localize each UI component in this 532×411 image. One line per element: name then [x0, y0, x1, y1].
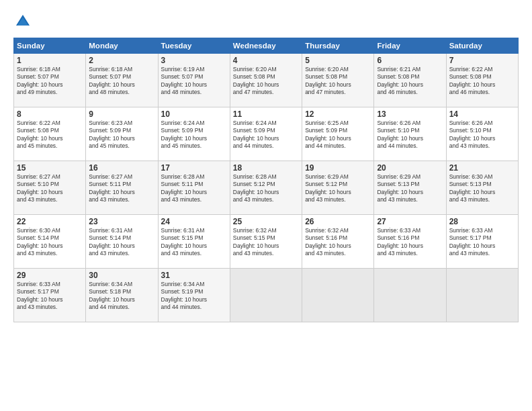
calendar-cell — [446, 269, 518, 322]
calendar-cell: 7Sunrise: 6:22 AMSunset: 5:08 PMDaylight… — [446, 54, 518, 107]
day-number: 31 — [161, 271, 227, 280]
cell-info: Sunrise: 6:27 AMSunset: 5:11 PMDaylight:… — [89, 173, 154, 204]
day-number: 9 — [89, 109, 154, 119]
calendar-cell: 29Sunrise: 6:33 AMSunset: 5:17 PMDayligh… — [14, 269, 86, 322]
cell-info: Sunrise: 6:30 AMSunset: 5:13 PMDaylight:… — [449, 173, 515, 204]
cell-info: Sunrise: 6:22 AMSunset: 5:08 PMDaylight:… — [17, 120, 83, 150]
cell-info: Sunrise: 6:31 AMSunset: 5:14 PMDaylight:… — [89, 227, 154, 258]
day-number: 2 — [89, 56, 154, 65]
day-number: 23 — [89, 217, 154, 226]
day-number: 27 — [377, 217, 443, 226]
day-number: 15 — [17, 163, 83, 173]
calendar-cell: 20Sunrise: 6:29 AMSunset: 5:13 PMDayligh… — [374, 161, 446, 215]
day-number: 1 — [17, 56, 83, 65]
cell-info: Sunrise: 6:28 AMSunset: 5:11 PMDaylight:… — [161, 173, 227, 204]
calendar-cell — [374, 269, 446, 322]
cell-info: Sunrise: 6:34 AMSunset: 5:19 PMDaylight:… — [161, 281, 227, 312]
calendar-cell: 21Sunrise: 6:30 AMSunset: 5:13 PMDayligh… — [446, 161, 518, 215]
day-number: 28 — [449, 217, 515, 226]
cell-info: Sunrise: 6:20 AMSunset: 5:08 PMDaylight:… — [233, 66, 299, 97]
cell-info: Sunrise: 6:24 AMSunset: 5:09 PMDaylight:… — [161, 120, 227, 150]
day-number: 13 — [377, 109, 443, 119]
calendar-week-4: 22Sunrise: 6:30 AMSunset: 5:14 PMDayligh… — [14, 215, 519, 269]
cell-info: Sunrise: 6:30 AMSunset: 5:14 PMDaylight:… — [17, 227, 83, 258]
calendar-cell: 28Sunrise: 6:33 AMSunset: 5:17 PMDayligh… — [446, 215, 518, 269]
cell-info: Sunrise: 6:24 AMSunset: 5:09 PMDaylight:… — [233, 120, 299, 150]
day-number: 18 — [233, 163, 299, 173]
cell-info: Sunrise: 6:25 AMSunset: 5:09 PMDaylight:… — [305, 120, 371, 150]
cell-info: Sunrise: 6:18 AMSunset: 5:07 PMDaylight:… — [89, 66, 154, 97]
calendar-cell: 13Sunrise: 6:26 AMSunset: 5:10 PMDayligh… — [374, 107, 446, 161]
calendar-table: SundayMondayTuesdayWednesdayThursdayFrid… — [13, 38, 519, 322]
calendar-cell: 4Sunrise: 6:20 AMSunset: 5:08 PMDaylight… — [230, 54, 302, 107]
calendar-cell: 27Sunrise: 6:33 AMSunset: 5:16 PMDayligh… — [374, 215, 446, 269]
cell-info: Sunrise: 6:26 AMSunset: 5:10 PMDaylight:… — [449, 120, 515, 150]
weekday-header-friday: Friday — [374, 38, 446, 54]
weekday-header-wednesday: Wednesday — [230, 38, 302, 54]
cell-info: Sunrise: 6:33 AMSunset: 5:16 PMDaylight:… — [377, 227, 443, 258]
calendar-cell: 14Sunrise: 6:26 AMSunset: 5:10 PMDayligh… — [446, 107, 518, 161]
day-number: 29 — [17, 271, 83, 280]
cell-info: Sunrise: 6:21 AMSunset: 5:08 PMDaylight:… — [377, 66, 443, 97]
cell-info: Sunrise: 6:22 AMSunset: 5:08 PMDaylight:… — [449, 66, 515, 97]
calendar-cell: 23Sunrise: 6:31 AMSunset: 5:14 PMDayligh… — [86, 215, 158, 269]
day-number: 3 — [161, 56, 227, 65]
calendar-cell: 18Sunrise: 6:28 AMSunset: 5:12 PMDayligh… — [230, 161, 302, 215]
day-number: 25 — [233, 217, 299, 226]
cell-info: Sunrise: 6:31 AMSunset: 5:15 PMDaylight:… — [161, 227, 227, 258]
day-number: 21 — [449, 163, 515, 173]
cell-info: Sunrise: 6:33 AMSunset: 5:17 PMDaylight:… — [17, 281, 83, 312]
calendar-cell: 8Sunrise: 6:22 AMSunset: 5:08 PMDaylight… — [14, 107, 86, 161]
calendar-cell — [302, 269, 374, 322]
cell-info: Sunrise: 6:29 AMSunset: 5:12 PMDaylight:… — [305, 173, 371, 204]
calendar-body: 1Sunrise: 6:18 AMSunset: 5:07 PMDaylight… — [14, 54, 519, 322]
day-number: 17 — [161, 163, 227, 173]
cell-info: Sunrise: 6:23 AMSunset: 5:09 PMDaylight:… — [89, 120, 154, 150]
calendar-cell — [230, 269, 302, 322]
calendar-week-3: 15Sunrise: 6:27 AMSunset: 5:10 PMDayligh… — [14, 161, 519, 215]
cell-info: Sunrise: 6:19 AMSunset: 5:07 PMDaylight:… — [161, 66, 227, 97]
cell-info: Sunrise: 6:34 AMSunset: 5:18 PMDaylight:… — [89, 281, 154, 312]
calendar-cell: 15Sunrise: 6:27 AMSunset: 5:10 PMDayligh… — [14, 161, 86, 215]
logo-icon — [13, 12, 32, 31]
weekday-header-monday: Monday — [86, 38, 158, 54]
cell-info: Sunrise: 6:32 AMSunset: 5:16 PMDaylight:… — [305, 227, 371, 258]
calendar-week-2: 8Sunrise: 6:22 AMSunset: 5:08 PMDaylight… — [14, 107, 519, 161]
calendar-cell: 16Sunrise: 6:27 AMSunset: 5:11 PMDayligh… — [86, 161, 158, 215]
calendar-cell: 12Sunrise: 6:25 AMSunset: 5:09 PMDayligh… — [302, 107, 374, 161]
day-number: 4 — [233, 56, 299, 65]
calendar-cell: 1Sunrise: 6:18 AMSunset: 5:07 PMDaylight… — [14, 54, 86, 107]
cell-info: Sunrise: 6:20 AMSunset: 5:08 PMDaylight:… — [305, 66, 371, 97]
cell-info: Sunrise: 6:29 AMSunset: 5:13 PMDaylight:… — [377, 173, 443, 204]
day-number: 24 — [161, 217, 227, 226]
cell-info: Sunrise: 6:28 AMSunset: 5:12 PMDaylight:… — [233, 173, 299, 204]
calendar-cell: 31Sunrise: 6:34 AMSunset: 5:19 PMDayligh… — [158, 269, 230, 322]
calendar-cell: 17Sunrise: 6:28 AMSunset: 5:11 PMDayligh… — [158, 161, 230, 215]
day-number: 22 — [17, 217, 83, 226]
calendar-cell: 2Sunrise: 6:18 AMSunset: 5:07 PMDaylight… — [86, 54, 158, 107]
calendar-cell: 26Sunrise: 6:32 AMSunset: 5:16 PMDayligh… — [302, 215, 374, 269]
day-number: 19 — [305, 163, 371, 173]
calendar-cell: 30Sunrise: 6:34 AMSunset: 5:18 PMDayligh… — [86, 269, 158, 322]
cell-info: Sunrise: 6:26 AMSunset: 5:10 PMDaylight:… — [377, 120, 443, 150]
day-number: 11 — [233, 109, 299, 119]
calendar-week-5: 29Sunrise: 6:33 AMSunset: 5:17 PMDayligh… — [14, 269, 519, 322]
calendar-cell: 24Sunrise: 6:31 AMSunset: 5:15 PMDayligh… — [158, 215, 230, 269]
day-number: 5 — [305, 56, 371, 65]
weekday-header-saturday: Saturday — [446, 38, 518, 54]
weekday-header-thursday: Thursday — [302, 38, 374, 54]
calendar-cell: 10Sunrise: 6:24 AMSunset: 5:09 PMDayligh… — [158, 107, 230, 161]
calendar-cell: 25Sunrise: 6:32 AMSunset: 5:15 PMDayligh… — [230, 215, 302, 269]
day-number: 20 — [377, 163, 443, 173]
calendar-week-1: 1Sunrise: 6:18 AMSunset: 5:07 PMDaylight… — [14, 54, 519, 107]
calendar-cell: 22Sunrise: 6:30 AMSunset: 5:14 PMDayligh… — [14, 215, 86, 269]
day-number: 30 — [89, 271, 154, 280]
calendar-cell: 19Sunrise: 6:29 AMSunset: 5:12 PMDayligh… — [302, 161, 374, 215]
cell-info: Sunrise: 6:18 AMSunset: 5:07 PMDaylight:… — [17, 66, 83, 97]
logo — [13, 12, 35, 31]
day-number: 26 — [305, 217, 371, 226]
day-number: 12 — [305, 109, 371, 119]
day-number: 8 — [17, 109, 83, 119]
calendar-cell: 9Sunrise: 6:23 AMSunset: 5:09 PMDaylight… — [86, 107, 158, 161]
weekday-header-tuesday: Tuesday — [158, 38, 230, 54]
